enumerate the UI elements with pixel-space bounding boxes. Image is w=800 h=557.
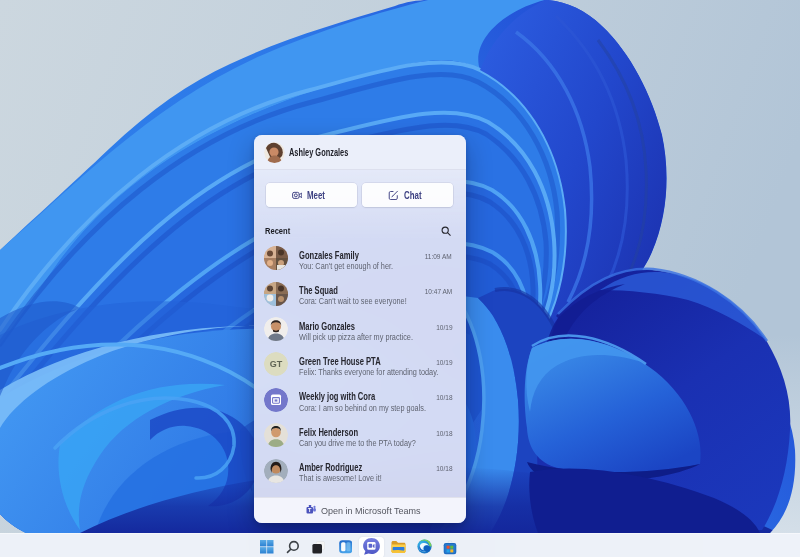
- svg-text:GT: GT: [270, 360, 283, 370]
